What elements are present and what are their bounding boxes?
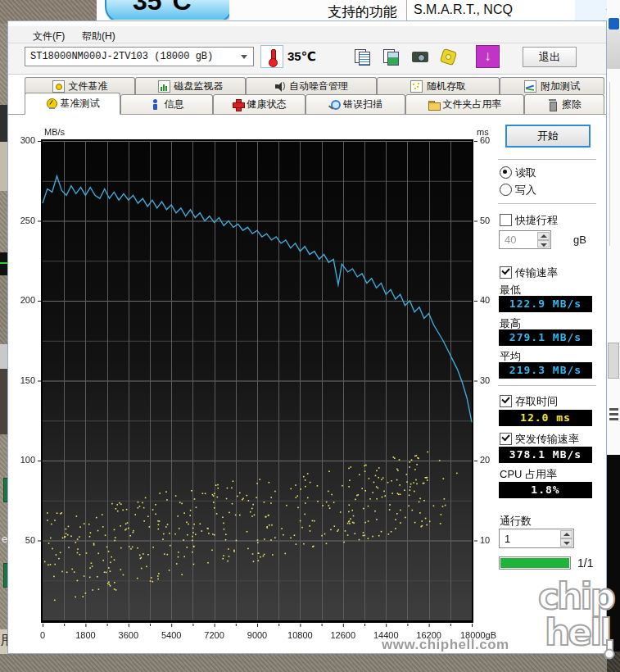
tab-extra-tests[interactable]: 附加测试 [500, 77, 604, 94]
supported-features-field: S.M.A.R.T., NCQ [406, 0, 575, 21]
temperature-button[interactable] [260, 45, 283, 68]
exit-button[interactable]: 退出 [523, 47, 577, 67]
tab-info[interactable]: 信息 [120, 94, 213, 114]
health-cross-icon [233, 99, 243, 110]
file-benchmark-icon [52, 80, 65, 93]
chiphell-logo: chip hell [536, 571, 620, 660]
cpu-usage-label: CPU 占用率 [500, 467, 557, 482]
info-icon [150, 99, 161, 110]
folder-icon [428, 99, 439, 110]
spin-up-button[interactable] [560, 530, 572, 538]
write-radio[interactable]: 写入 [500, 183, 590, 197]
checkbox-icon [500, 214, 512, 226]
background-fragment [607, 30, 620, 69]
benchmark-icon [46, 98, 57, 109]
drive-temperature: 35℃ [287, 49, 316, 64]
checkbox-icon [500, 395, 512, 407]
taskbar-icon-blue [609, 18, 619, 30]
menu-help[interactable]: 帮助(H) [77, 29, 120, 44]
min-value: 122.9 MB/s [499, 296, 592, 312]
trash-icon [547, 99, 558, 110]
download-arrow-icon: ↓ [484, 48, 491, 64]
drive-select-value: ST18000NM000J-2TV103 (18000 gB) [30, 51, 213, 62]
divider [498, 385, 596, 386]
supported-features-label: 支持的功能 [328, 2, 397, 21]
disk-monitor-icon [158, 80, 170, 93]
chevron-down-icon [241, 55, 247, 59]
tab-aam[interactable]: ) 自动噪音管理 [246, 77, 377, 94]
tab-health[interactable]: 健康状态 [213, 94, 305, 114]
short-stroke-unit: gB [573, 234, 586, 246]
cpu-usage-value: 1.8% [499, 482, 592, 498]
progress-bar [499, 556, 571, 570]
logo-line2: hell [545, 611, 609, 653]
burst-rate-checkbox[interactable]: 突发传输速率 [500, 432, 602, 446]
magnifier-icon [328, 99, 339, 110]
menu-file[interactable]: 文件(F) [28, 29, 70, 44]
background-fragment [608, 343, 619, 379]
radio-icon [500, 166, 512, 179]
start-button[interactable]: 开始 [505, 125, 591, 148]
tab-random-access[interactable]: 随机存取 [377, 77, 500, 94]
tab-file-benchmark[interactable]: 文件基准 [25, 77, 135, 94]
random-access-icon [410, 80, 423, 93]
tab-folder-usage[interactable]: 文件夹占用率 [405, 94, 524, 114]
spin-up-button[interactable] [537, 232, 550, 240]
menu-bar: 文件(F) 帮助(H) [8, 26, 606, 43]
pass-count-label: 通行数 [500, 514, 532, 529]
temp-overlay-badge: 35°C [105, 0, 229, 20]
watermark-url: www.chiphell.com [382, 637, 509, 653]
supported-features-value: S.M.A.R.T., NCQ [414, 2, 513, 17]
background-photo-bottom [0, 654, 607, 672]
drive-select[interactable]: ST18000NM000J-2TV103 (18000 gB) [25, 47, 254, 66]
copy-image-button[interactable] [381, 46, 402, 67]
desktop: { "background": { "temp_badge": "35°C", … [0, 0, 620, 672]
divider [498, 203, 596, 204]
background-fragment [609, 82, 610, 246]
progress-text: 1/1 [577, 556, 593, 570]
access-time-checkbox[interactable]: 存取时间 [500, 394, 590, 408]
max-value: 279.1 MB/s [499, 329, 592, 346]
options-button[interactable] [438, 46, 459, 67]
avg-value: 219.3 MB/s [499, 362, 592, 379]
short-stroke-checkbox[interactable]: 快捷行程 [500, 213, 590, 227]
speaker-icon: ) [274, 81, 285, 92]
spin-down-button[interactable] [537, 240, 550, 248]
temp-overlay-value: 35°C [133, 0, 192, 16]
radio-icon [500, 184, 512, 196]
burst-rate-value: 378.1 MB/s [499, 447, 592, 463]
spin-down-button[interactable] [560, 538, 572, 547]
transfer-rate-checkbox[interactable]: 传输速率 [500, 266, 590, 279]
extra-tests-icon [524, 80, 536, 93]
checkbox-icon [500, 266, 512, 279]
access-time-value: 12.0 ms [499, 410, 592, 426]
progress-fill [500, 558, 569, 568]
checkbox-icon [500, 433, 512, 445]
tab-error-scan[interactable]: 错误扫描 [305, 94, 405, 114]
tab-benchmark[interactable]: 基准测试 [25, 93, 120, 115]
pass-count-spinner[interactable]: 1 [499, 529, 574, 548]
short-stroke-size-spinner[interactable]: 40 [499, 230, 551, 249]
tab-disk-monitor[interactable]: 磁盘监视器 [135, 77, 246, 94]
read-radio[interactable]: 读取 [500, 166, 590, 179]
copy-text-button[interactable] [352, 46, 373, 67]
divider [498, 159, 596, 160]
screenshot-button[interactable] [410, 46, 431, 67]
tab-erase[interactable]: 擦除 [524, 94, 604, 114]
background-fragment [609, 408, 618, 421]
update-button[interactable]: ↓ [476, 45, 500, 68]
